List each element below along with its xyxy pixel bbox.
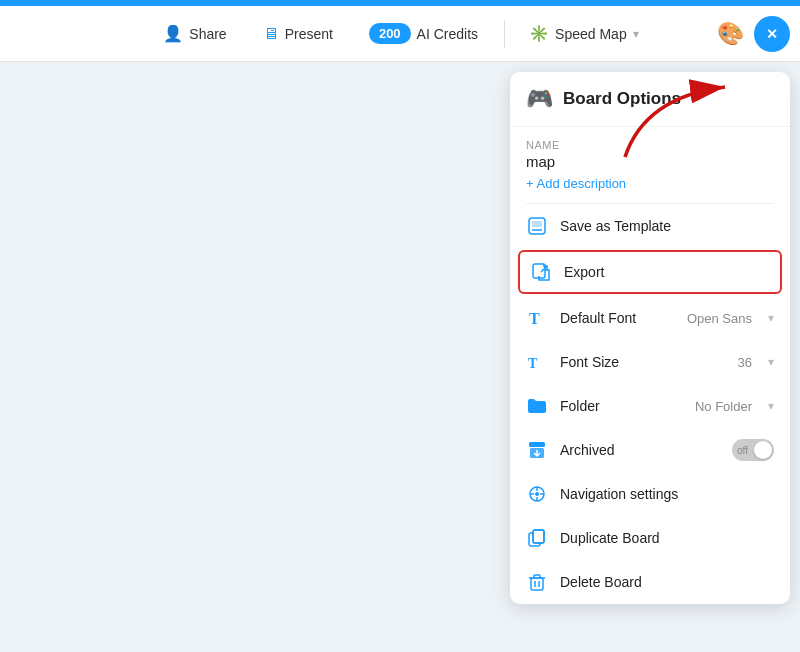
toggle-off-label: off [737,445,748,456]
folder-label: Folder [560,398,683,414]
export-label: Export [564,264,770,280]
default-font-label: Default Font [560,310,675,326]
font-size-value: 36 [738,355,752,370]
svg-rect-18 [533,530,544,543]
navigation-settings-label: Navigation settings [560,486,774,502]
name-label: Name [526,139,774,151]
speedmap-icon: ✳️ [529,24,549,43]
archived-toggle[interactable]: off [732,439,774,461]
ai-credits-label: AI Credits [417,26,478,42]
folder-item[interactable]: Folder No Folder ▾ [510,384,790,428]
nav-bar: 👤 Share 🖥 Present 200 AI Credits ✳️ Spee… [0,6,800,62]
present-button[interactable]: 🖥 Present [249,18,347,50]
close-panel-button[interactable]: ✕ [754,16,790,52]
cluster-icon: 🎨 [717,21,744,47]
svg-rect-8 [529,442,545,447]
panel-header-icon: 🎮 [526,86,553,112]
duplicate-board-item[interactable]: Duplicate Board [510,516,790,560]
navigation-settings-item[interactable]: Navigation settings [510,472,790,516]
board-options-panel: 🎮 Board Options Name map + Add descripti… [510,72,790,604]
folder-chevron-icon: ▾ [768,399,774,413]
navigation-settings-icon [526,483,548,505]
share-button[interactable]: 👤 Share [149,17,240,50]
present-label: Present [285,26,333,42]
delete-board-item[interactable]: Delete Board [510,560,790,604]
panel-header: 🎮 Board Options [510,72,790,127]
archived-icon [526,439,548,461]
panel-title: Board Options [563,89,681,109]
duplicate-board-label: Duplicate Board [560,530,774,546]
speedmap-chevron-icon: ▾ [633,27,639,41]
svg-rect-20 [531,578,543,590]
svg-point-12 [535,492,539,496]
delete-board-icon [526,571,548,593]
archived-label: Archived [560,442,720,458]
svg-rect-2 [532,221,542,227]
speed-map-button[interactable]: ✳️ Speed Map ▾ [517,17,651,50]
icon-cluster-button[interactable]: 🎨 [712,16,748,52]
default-font-icon: T [526,307,548,329]
share-icon: 👤 [163,24,183,43]
ai-credits-button[interactable]: 200 AI Credits [355,16,492,51]
font-size-label: Font Size [560,354,726,370]
folder-icon [526,395,548,417]
nav-divider [504,20,505,48]
archived-item[interactable]: Archived off [510,428,790,472]
name-value: map [526,153,774,170]
delete-board-label: Delete Board [560,574,774,590]
present-icon: 🖥 [263,25,279,43]
close-icon: ✕ [766,26,778,42]
font-size-item[interactable]: T Font Size 36 ▾ [510,340,790,384]
save-template-icon [526,215,548,237]
save-template-label: Save as Template [560,218,774,234]
save-template-item[interactable]: Save as Template [510,204,790,248]
default-font-value: Open Sans [687,311,752,326]
font-size-chevron-icon: ▾ [768,355,774,369]
svg-line-5 [541,266,547,272]
main-content: 🎮 Board Options Name map + Add descripti… [0,62,800,652]
share-label: Share [189,26,226,42]
default-font-chevron-icon: ▾ [768,311,774,325]
toggle-knob [754,441,772,459]
export-item[interactable]: Export [518,250,782,294]
speedmap-label: Speed Map [555,26,627,42]
default-font-item[interactable]: T Default Font Open Sans ▾ [510,296,790,340]
export-icon [530,261,552,283]
font-size-icon: T [526,351,548,373]
credits-count: 200 [369,23,411,44]
add-description-button[interactable]: + Add description [510,174,790,203]
svg-text:T: T [529,310,540,327]
panel-name-section: Name map [510,127,790,174]
svg-text:T: T [528,356,538,371]
folder-value: No Folder [695,399,752,414]
duplicate-board-icon [526,527,548,549]
